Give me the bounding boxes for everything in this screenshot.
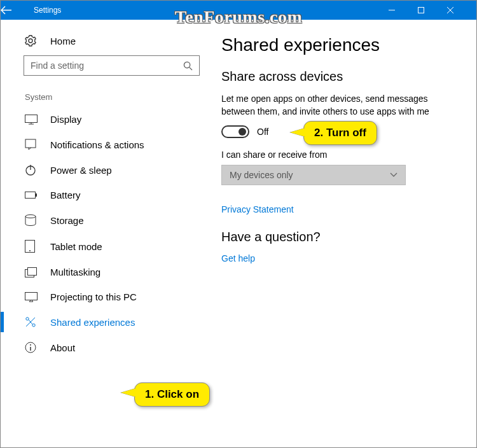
display-icon [25, 115, 39, 125]
tablet-icon [25, 240, 39, 253]
section-description: Let me open apps on other devices, send … [221, 93, 431, 118]
nav-tablet[interactable]: Tablet mode [1, 233, 214, 260]
dropdown-value: My devices only [230, 170, 293, 180]
search-placeholder: Find a setting [31, 60, 84, 71]
section-title: Share across devices [221, 69, 459, 84]
nav-about[interactable]: About [1, 335, 214, 360]
nav-label: Battery [50, 190, 81, 200]
nav-shared-experiences[interactable]: Shared experiences [1, 309, 214, 335]
category-label: System [1, 87, 214, 107]
maximize-button[interactable] [418, 7, 447, 13]
page-title: Shared experiences [221, 35, 459, 55]
svg-rect-17 [25, 292, 38, 300]
annotation-callout-1: 1. Click on [134, 382, 210, 407]
battery-icon [25, 192, 39, 199]
nav-projecting[interactable]: Projecting to this PC [1, 284, 214, 309]
svg-rect-10 [25, 192, 36, 198]
power-icon [25, 164, 39, 176]
chevron-down-icon [390, 172, 398, 178]
callout-text: 2. Turn off [314, 127, 366, 139]
svg-rect-7 [25, 139, 36, 148]
home-nav[interactable]: Home [1, 31, 214, 55]
window-title: Settings [31, 6, 61, 15]
search-icon [183, 61, 193, 71]
svg-point-19 [32, 324, 35, 326]
projecting-icon [25, 292, 39, 302]
svg-rect-11 [36, 193, 37, 197]
share-toggle[interactable] [221, 125, 249, 138]
nav-storage[interactable]: Storage [1, 207, 214, 233]
svg-line-3 [190, 67, 192, 69]
titlebar: Settings [1, 1, 476, 20]
nav-label: Tablet mode [50, 241, 102, 252]
svg-point-2 [184, 62, 190, 67]
privacy-link[interactable]: Privacy Statement [221, 204, 459, 214]
nav-label: Power & sleep [50, 165, 112, 176]
svg-rect-1 [418, 8, 424, 13]
info-icon [25, 342, 39, 353]
question-heading: Have a question? [221, 230, 459, 244]
multitasking-icon [25, 267, 39, 277]
annotation-callout-2: 2. Turn off [303, 121, 377, 145]
back-button[interactable] [1, 6, 31, 15]
nav-label: About [50, 342, 75, 353]
notifications-icon [25, 139, 39, 150]
nav-display[interactable]: Display [1, 107, 214, 132]
nav-label: Multitasking [50, 267, 100, 277]
nav-label: Storage [50, 215, 84, 226]
nav-notifications[interactable]: Notifications & actions [1, 132, 214, 157]
share-from-dropdown[interactable]: My devices only [221, 165, 406, 185]
gear-icon [25, 35, 39, 46]
minimize-button[interactable] [389, 7, 418, 13]
svg-point-18 [26, 318, 29, 320]
nav-power[interactable]: Power & sleep [1, 157, 214, 183]
share-from-label: I can share or receive from [221, 150, 459, 160]
svg-point-23 [30, 344, 31, 346]
close-button[interactable] [447, 7, 476, 13]
main-panel: Shared experiences Share across devices … [214, 20, 476, 447]
svg-rect-16 [28, 267, 37, 275]
search-input[interactable]: Find a setting [24, 55, 200, 76]
storage-icon [25, 214, 39, 226]
nav-label: Notifications & actions [50, 139, 144, 150]
callout-text: 1. Click on [145, 388, 199, 400]
svg-point-14 [29, 250, 31, 251]
nav-label: Projecting to this PC [50, 291, 137, 302]
nav-label: Shared experiences [50, 317, 135, 328]
toggle-state-label: Off [257, 127, 268, 137]
nav-label: Display [50, 114, 81, 125]
home-label: Home [50, 36, 76, 46]
svg-rect-4 [25, 115, 38, 122]
nav-battery[interactable]: Battery [1, 183, 214, 207]
get-help-link[interactable]: Get help [221, 253, 459, 263]
nav-multitasking[interactable]: Multitasking [1, 260, 214, 284]
shared-icon [25, 316, 39, 328]
svg-point-12 [25, 215, 36, 218]
